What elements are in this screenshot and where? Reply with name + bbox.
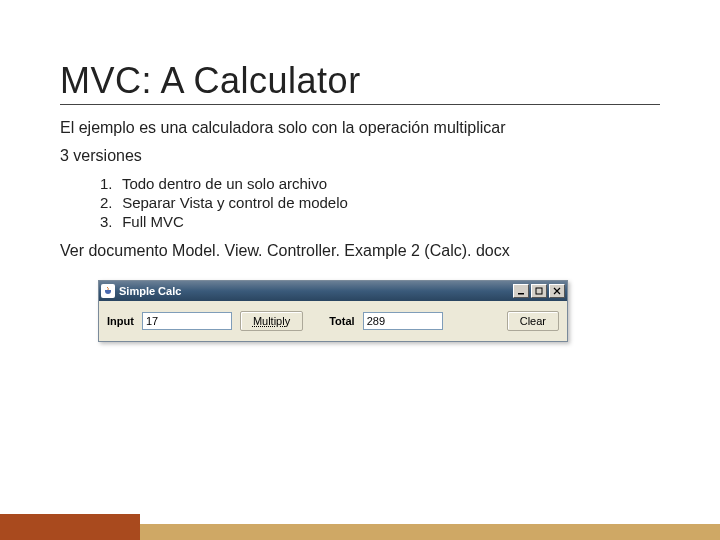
versions-line: 3 versiones <box>60 147 660 165</box>
close-icon[interactable] <box>549 284 565 298</box>
versions-list: 1. Todo dentro de un solo archivo 2. Sep… <box>100 175 660 230</box>
list-number: 1. <box>100 175 118 192</box>
list-item: 2. Separar Vista y control de modelo <box>100 194 660 211</box>
java-icon <box>101 284 115 298</box>
list-item: 1. Todo dentro de un solo archivo <box>100 175 660 192</box>
intro-line: El ejemplo es una calculadora solo con l… <box>60 119 660 137</box>
calculator-window: Simple Calc Input 17 Multiply Total 289 … <box>98 280 568 342</box>
list-number: 3. <box>100 213 118 230</box>
document-reference: Ver documento Model. View. Controller. E… <box>60 242 660 260</box>
clear-button[interactable]: Clear <box>507 311 559 331</box>
list-text: Todo dentro de un solo archivo <box>122 175 327 192</box>
input-label: Input <box>107 315 134 327</box>
maximize-icon[interactable] <box>531 284 547 298</box>
total-label: Total <box>329 315 354 327</box>
list-number: 2. <box>100 194 118 211</box>
multiply-button[interactable]: Multiply <box>240 311 303 331</box>
list-item: 3. Full MVC <box>100 213 660 230</box>
list-text: Separar Vista y control de modelo <box>122 194 348 211</box>
svg-rect-1 <box>536 288 542 294</box>
slide-body: MVC: A Calculator El ejemplo es una calc… <box>0 0 720 342</box>
minimize-icon[interactable] <box>513 284 529 298</box>
window-title: Simple Calc <box>119 285 511 297</box>
slide-title: MVC: A Calculator <box>60 60 660 105</box>
total-field[interactable]: 289 <box>363 312 443 330</box>
svg-rect-0 <box>518 293 524 295</box>
window-content: Input 17 Multiply Total 289 Clear <box>99 301 567 341</box>
input-field[interactable]: 17 <box>142 312 232 330</box>
list-text: Full MVC <box>122 213 184 230</box>
window-titlebar: Simple Calc <box>99 281 567 301</box>
footer-accent <box>0 514 140 540</box>
slide-footer <box>0 514 720 540</box>
